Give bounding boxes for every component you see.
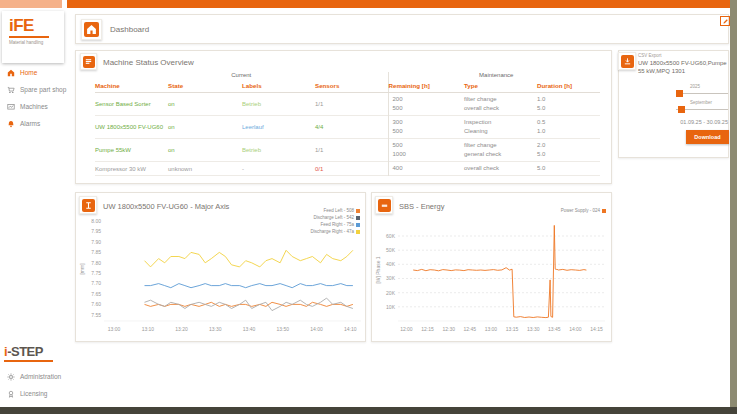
top-bar-left-accent [0,0,62,8]
csv-export-chip [618,52,636,70]
sidebar-menu: HomeSpare part shopMachinesAlarms [0,64,67,132]
sidebar-item-home[interactable]: Home [0,64,67,81]
maintenance-duration: 1.0 [537,127,600,136]
svg-text:13:30: 13:30 [209,326,222,332]
svg-text:12:45: 12:45 [464,326,477,332]
machine-name-cell: UW 1800x5500 FV-UG60 [95,116,168,139]
download-icon [621,55,634,68]
svg-text:[mm]: [mm] [79,263,85,275]
type-cell: InspectionCleaning [464,116,537,139]
legend-label: Power Supply - 024 [561,207,600,214]
machine-name-cell: Kompressor 30 kW [95,162,168,176]
state-cell: on [168,139,242,162]
footer-brand-underline [4,360,53,362]
svg-text:13:30: 13:30 [527,326,540,332]
maintenance-type: general check [464,150,537,159]
legend-label: Feed Left - 508 [323,207,354,214]
machine-name-cell: Pumpe 55kW [95,139,168,162]
sidebar-item-label: Machines [20,103,48,110]
list-icon [83,56,95,68]
table-row[interactable]: UW 1800x5500 FV-UG60onLeerlauf4/4300500I… [95,116,600,139]
download-button[interactable]: Download [686,130,729,144]
state-cell: on [168,93,242,116]
col-type: Type [464,80,537,93]
machine-status-title: Machine Status Overview [103,58,194,67]
energy-legend: Power Supply - 024 [561,207,606,214]
state-cell: on [168,116,242,139]
sidebar-item-label: Alarms [20,120,40,127]
svg-text:13:10: 13:10 [142,326,155,332]
legend-swatch [356,230,360,234]
footer-brand-name: i-STEP [4,344,53,359]
type-cell: filter changegeneral check [464,139,537,162]
maintenance-duration: 5.0 [537,150,600,159]
month-slider[interactable]: September [676,99,728,113]
maintenance-remaining: 500 [393,127,465,136]
remaining-cell: 5001000 [388,139,464,162]
remaining-cell: 200500 [388,93,464,116]
machine-status-tbody: Sensor Based SorteronBetrieb1/1200500fil… [95,93,600,176]
table-row[interactable]: Pumpe 55kWonBetrieb1/15001000filter chan… [95,139,600,162]
svg-text:13:00: 13:00 [485,326,498,332]
year-slider-handle[interactable] [676,90,683,97]
date-range-label: 01.09.25 - 30.09.25 [640,119,728,125]
column-header-row: Machine State Labels Sensors Remaining [… [95,80,600,93]
sidebar-item-machines[interactable]: Machines [0,98,67,115]
brand-tagline: Material handling [9,40,64,45]
svg-text:[W] Phase 1: [W] Phase 1 [375,256,381,283]
sensors-cell: 4/4 [315,116,388,139]
year-slider[interactable]: 2025 [676,83,728,97]
label-cell: Betrieb [242,139,315,162]
sidebar-item-alarms[interactable]: Alarms [0,115,67,132]
legend-entry: Power Supply - 024 [561,207,606,214]
svg-text:7.70: 7.70 [91,280,101,286]
energy-chart: 10K20K30K40K50K60K12:0012:1512:3012:4513… [372,193,613,343]
sidebar-item-label: Administration [20,373,61,380]
dashboard-header-card [75,14,729,44]
top-bar [67,0,730,8]
svg-text:13:00: 13:00 [108,326,121,332]
svg-text:14:15: 14:15 [590,326,603,332]
maintenance-remaining: 300 [393,118,465,127]
bell-icon [7,120,15,128]
svg-text:14:00: 14:00 [569,326,582,332]
maintenance-duration: 2.0 [537,141,600,150]
sidebar-item-administration[interactable]: Administration [0,368,67,385]
window-frame-bottom [0,407,737,414]
col-duration: Duration [h] [537,80,600,93]
month-slider-handle[interactable] [678,106,685,113]
sidebar-item-spare-part-shop[interactable]: Spare part shop [0,81,67,98]
duration-cell: 0.51.0 [537,116,600,139]
legend-entry: Feed Left - 508 [310,207,360,214]
svg-text:50K: 50K [386,247,396,253]
duration-cell: 2.05.0 [537,139,600,162]
year-slider-track[interactable] [676,93,728,94]
legend-swatch [356,223,360,227]
table-row[interactable]: Kompressor 30 kWunknown-0/1400overall ch… [95,162,600,176]
table-row[interactable]: Sensor Based SorteronBetrieb1/1200500fil… [95,93,600,116]
major-axis-legend: Feed Left - 508Discharge Left - 542Feed … [310,207,360,235]
svg-text:13:20: 13:20 [175,326,188,332]
group-maintenance: Maintenance [388,72,600,80]
svg-text:7.75: 7.75 [91,270,101,276]
svg-text:14:00: 14:00 [310,326,323,332]
major-axis-title: UW 1800x5500 FV-UG60 - Major Axis [103,202,229,211]
svg-text:30K: 30K [386,275,396,281]
maintenance-duration: 5.0 [537,104,600,113]
svg-text:13:15: 13:15 [506,326,519,332]
window-frame-right [730,0,737,414]
svg-text:13:40: 13:40 [243,326,256,332]
maintenance-type: filter change [464,95,537,104]
sidebar-item-licensing[interactable]: Licensing [0,385,67,402]
svg-text:12:00: 12:00 [400,326,413,332]
maintenance-remaining: 500 [393,141,465,150]
certificate-icon [7,390,15,398]
edit-dashboard-button[interactable] [720,16,730,26]
sensors-cell: 1/1 [315,139,388,162]
csv-export-label: CSV Export [638,53,662,58]
legend-entry: Discharge Right - 47a [310,228,360,235]
home-icon [84,22,99,37]
svg-text:14:10: 14:10 [344,326,357,332]
maintenance-duration: 5.0 [537,164,600,173]
machine-name-cell: Sensor Based Sorter [95,93,168,116]
